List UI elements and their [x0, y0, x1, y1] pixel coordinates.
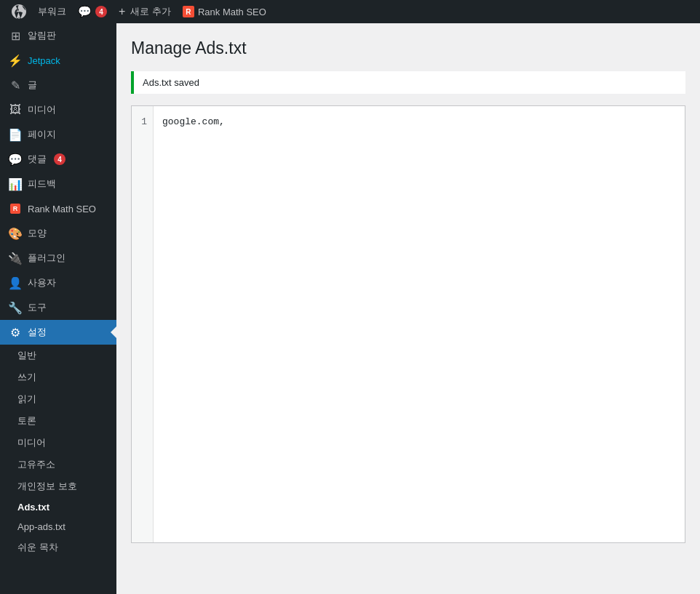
jetpack-icon: ⚡ [9, 54, 22, 67]
sidebar-item-users[interactable]: 👤 사용자 [0, 270, 116, 295]
adminbar-rankmath-label: Rank Math SEO [198, 7, 266, 17]
feedback-icon: 📊 [9, 177, 22, 190]
submenu-label: 쉬운 목차 [17, 541, 58, 554]
sidebar-item-dashboard[interactable]: ⊞ 알림판 [0, 23, 116, 48]
sidebar-item-plugins[interactable]: 🔌 플러그인 [0, 246, 116, 270]
admin-bar: 부워크 💬 4 + 새로 추가 R Rank Math SEO [0, 0, 700, 23]
submenu-item-permalink[interactable]: 고유주소 [0, 454, 116, 475]
users-icon: 👤 [9, 276, 22, 289]
sidebar-item-label: 설정 [28, 326, 47, 339]
sidebar-item-label: 페이지 [28, 128, 56, 141]
adminbar-new[interactable]: + 새로 추가 [113, 0, 177, 23]
sidebar: ⊞ 알림판 ⚡ Jetpack ✎ 글 🖼 미디어 📄 페이지 💬 댓글 4 📊… [0, 23, 116, 594]
sidebar-item-label: 피드백 [28, 177, 56, 190]
sidebar-item-label: 플러그인 [28, 252, 65, 265]
sidebar-item-media[interactable]: 🖼 미디어 [0, 97, 116, 122]
submenu-label: 쓰기 [17, 371, 36, 384]
sidebar-item-label: 글 [28, 79, 37, 92]
adminbar-new-label: 새로 추가 [130, 5, 171, 18]
main-content: Manage Ads.txt Ads.txt saved 1 google.co… [116, 23, 700, 594]
content-wrap: Manage Ads.txt Ads.txt saved 1 google.co… [116, 23, 700, 558]
sidebar-item-appearance[interactable]: 🎨 모양 [0, 221, 116, 246]
code-content[interactable]: google.com, [154, 106, 685, 542]
rankmath-menu-icon: R [9, 202, 22, 215]
sidebar-item-comments[interactable]: 💬 댓글 4 [0, 147, 116, 172]
tools-icon: 🔧 [9, 301, 22, 314]
submenu-item-sitemap[interactable]: 쉬운 목차 [0, 537, 116, 558]
dashboard-icon: ⊞ [9, 29, 22, 42]
notice-success: Ads.txt saved [131, 71, 685, 94]
sidebar-item-label: Rank Math SEO [28, 204, 96, 214]
page-title: Manage Ads.txt [131, 38, 685, 60]
sidebar-item-settings[interactable]: ⚙ 설정 [0, 320, 116, 345]
wp-layout: ⊞ 알림판 ⚡ Jetpack ✎ 글 🖼 미디어 📄 페이지 💬 댓글 4 📊… [0, 23, 700, 594]
adminbar-comments[interactable]: 💬 4 [72, 0, 113, 23]
line-numbers: 1 [132, 106, 154, 542]
comments-icon: 💬 [9, 153, 22, 166]
plus-icon: + [119, 5, 125, 18]
sidebar-item-rankmath[interactable]: R Rank Math SEO [0, 196, 116, 221]
submenu-item-discussion[interactable]: 토론 [0, 410, 116, 432]
submenu-item-general[interactable]: 일반 [0, 345, 116, 366]
adminbar-wp[interactable] [6, 0, 32, 23]
pages-icon: 📄 [9, 128, 22, 141]
adminbar-rankmath[interactable]: R Rank Math SEO [177, 0, 272, 23]
sidebar-item-label: 모양 [28, 227, 47, 240]
submenu-label: Ads.txt [17, 502, 49, 513]
sidebar-item-feedback[interactable]: 📊 피드백 [0, 172, 116, 196]
submenu-item-privacy[interactable]: 개인정보 보호 [0, 475, 116, 497]
sidebar-item-pages[interactable]: 📄 페이지 [0, 122, 116, 147]
submenu-item-adstxt[interactable]: Ads.txt [0, 497, 116, 517]
comments-badge: 4 [54, 153, 65, 165]
submenu-label: App-ads.txt [17, 521, 65, 532]
plugins-icon: 🔌 [9, 252, 22, 265]
notice-text: Ads.txt saved [143, 77, 199, 88]
rankmath-icon: R [183, 6, 194, 17]
sidebar-item-label: 사용자 [28, 276, 56, 289]
submenu-label: 일반 [17, 349, 36, 362]
media-icon: 🖼 [9, 103, 22, 116]
submenu-item-media[interactable]: 미디어 [0, 432, 116, 454]
submenu-item-writing[interactable]: 쓰기 [0, 366, 116, 388]
settings-arrow [111, 326, 116, 338]
line-number: 1 [138, 115, 147, 130]
sidebar-item-label: Jetpack [28, 55, 60, 66]
submenu-label: 미디어 [17, 436, 46, 449]
sidebar-item-label: 도구 [28, 301, 47, 314]
sidebar-item-label: 미디어 [28, 103, 56, 116]
sidebar-item-label: 알림판 [28, 29, 56, 42]
submenu-label: 개인정보 보호 [17, 480, 77, 493]
submenu-item-reading[interactable]: 읽기 [0, 388, 116, 410]
posts-icon: ✎ [9, 79, 22, 92]
adminbar-comment-count: 4 [95, 6, 107, 17]
adminbar-site-label: 부워크 [38, 5, 66, 18]
appearance-icon: 🎨 [9, 227, 22, 240]
code-text: google.com, [162, 116, 225, 127]
submenu-label: 읽기 [17, 393, 36, 406]
sidebar-item-tools[interactable]: 🔧 도구 [0, 295, 116, 320]
submenu-item-appadstxt[interactable]: App-ads.txt [0, 517, 116, 537]
sidebar-item-jetpack[interactable]: ⚡ Jetpack [0, 48, 116, 73]
submenu-label: 토론 [17, 414, 36, 428]
adminbar-site[interactable]: 부워크 [32, 0, 72, 23]
settings-icon: ⚙ [9, 326, 22, 339]
code-editor[interactable]: 1 google.com, [131, 105, 685, 543]
sidebar-item-label: 댓글 [28, 153, 47, 166]
sidebar-item-posts[interactable]: ✎ 글 [0, 73, 116, 97]
submenu-label: 고유주소 [17, 458, 55, 471]
